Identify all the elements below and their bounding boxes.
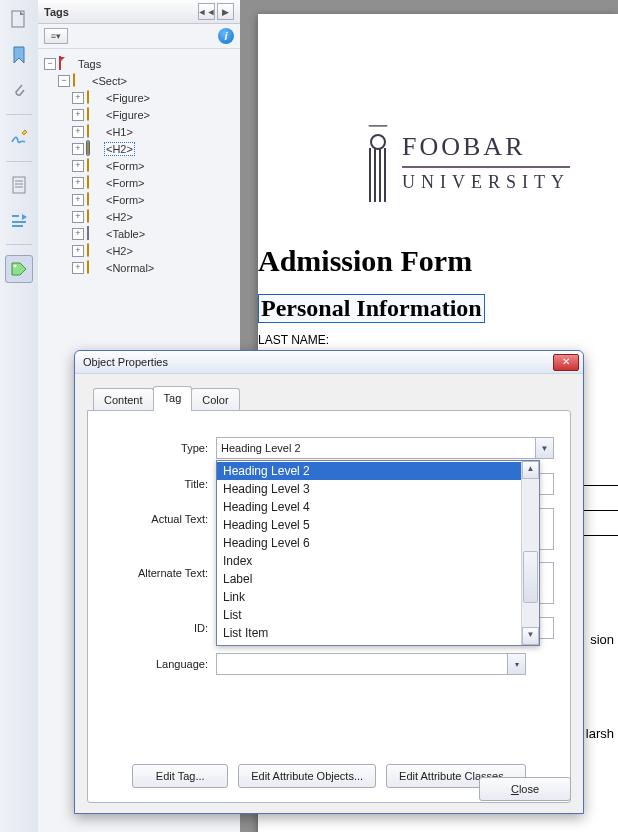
- type-label: Type:: [104, 442, 216, 454]
- tree-node-label[interactable]: <H1>: [104, 126, 135, 138]
- panel-prev-button[interactable]: ◄◄: [198, 3, 215, 20]
- tags-panel-subheader: ≡▾ i: [38, 24, 240, 49]
- close-icon[interactable]: ✕: [553, 354, 579, 371]
- tag-icon: [87, 210, 101, 223]
- dialog-tabpane: Type: Heading Level 2 ▼ Title: Actual Te…: [87, 410, 571, 803]
- tree-node-label[interactable]: <Normal>: [104, 262, 156, 274]
- panel-next-button[interactable]: ▶: [217, 3, 234, 20]
- dropdown-option[interactable]: List: [217, 606, 521, 624]
- tree-node-label[interactable]: <Figure>: [104, 109, 152, 121]
- order-panel-button[interactable]: [6, 208, 32, 234]
- table-icon: [87, 227, 101, 240]
- tree-node-label[interactable]: <Figure>: [104, 92, 152, 104]
- doc-h1: Admission Form: [258, 244, 618, 278]
- tags-panel-title: Tags: [44, 6, 196, 18]
- dialog-title: Object Properties: [83, 356, 553, 368]
- chevron-down-icon[interactable]: ▾: [507, 654, 525, 674]
- doc-cut-text-2: larsh: [586, 726, 614, 741]
- tag-icon: [87, 159, 101, 172]
- scroll-down-icon[interactable]: ▼: [522, 627, 539, 645]
- signatures-button[interactable]: [6, 125, 32, 151]
- type-dropdown-list[interactable]: Heading Level 2Heading Level 3Heading Le…: [216, 460, 540, 646]
- scroll-up-icon[interactable]: ▲: [522, 461, 539, 479]
- tab-color[interactable]: Color: [191, 388, 239, 411]
- actual-text-label: Actual Text:: [104, 509, 216, 525]
- tree-node[interactable]: +<H1>: [44, 123, 236, 140]
- tab-content[interactable]: Content: [93, 388, 154, 411]
- tag-icon: [87, 91, 101, 104]
- logo-text-top: FOOBAR: [402, 134, 570, 160]
- dropdown-option[interactable]: Heading Level 3: [217, 480, 521, 498]
- logo-text-bottom: UNIVERSITY: [402, 172, 570, 193]
- tags-panel-header: Tags ◄◄ ▶: [38, 0, 240, 24]
- tag-icon: [87, 244, 101, 257]
- dropdown-scrollbar[interactable]: ▲ ▼: [521, 461, 539, 645]
- dropdown-option[interactable]: Heading Level 5: [217, 516, 521, 534]
- doc-cut-text-1: sion: [590, 632, 614, 647]
- dropdown-option[interactable]: Heading Level 6: [217, 534, 521, 552]
- id-label: ID:: [104, 622, 216, 634]
- type-value: Heading Level 2: [221, 442, 301, 454]
- tags-tree[interactable]: − Tags − <Sect> +<Figure>+<Figure>+<H1>+…: [38, 49, 240, 282]
- dialog-tabstrip: Content Tag Color: [93, 387, 571, 411]
- page-thumbnails-button[interactable]: [6, 6, 32, 32]
- language-combobox[interactable]: ▾: [216, 653, 526, 675]
- tree-node-label[interactable]: <Form>: [104, 194, 147, 206]
- tree-node-label[interactable]: <H2>: [104, 142, 135, 156]
- tree-node[interactable]: +<H2>: [44, 208, 236, 225]
- object-properties-dialog: Object Properties ✕ Content Tag Color Ty…: [74, 350, 584, 814]
- tree-node-label[interactable]: <H2>: [104, 245, 135, 257]
- tree-node[interactable]: +<Figure>: [44, 106, 236, 123]
- tree-root-label[interactable]: Tags: [76, 58, 103, 70]
- tags-panel-button[interactable]: [5, 255, 33, 283]
- tree-node[interactable]: +<H2>: [44, 242, 236, 259]
- tab-tag[interactable]: Tag: [153, 386, 193, 411]
- dropdown-option[interactable]: Label: [217, 570, 521, 588]
- logo-mark-icon: [362, 124, 390, 202]
- language-label: Language:: [104, 658, 216, 670]
- dropdown-option[interactable]: Heading Level 2: [217, 462, 521, 480]
- side-toolbar: [0, 0, 39, 832]
- svg-point-5: [14, 265, 17, 268]
- chevron-down-icon[interactable]: ▼: [535, 438, 553, 458]
- tree-node[interactable]: +<Figure>: [44, 89, 236, 106]
- tree-sect-label[interactable]: <Sect>: [90, 75, 129, 87]
- page-panel-button[interactable]: [6, 172, 32, 198]
- tree-node-label[interactable]: <Form>: [104, 160, 147, 172]
- tags-options-menu[interactable]: ≡▾: [44, 28, 68, 44]
- tree-node[interactable]: +<Normal>: [44, 259, 236, 276]
- tag-icon: [87, 261, 101, 274]
- dropdown-option[interactable]: Index: [217, 552, 521, 570]
- tree-node-label[interactable]: <Form>: [104, 177, 147, 189]
- university-logo: FOOBAR UNIVERSITY: [362, 124, 570, 202]
- tree-node[interactable]: +<H2>: [44, 140, 236, 157]
- alternate-text-label: Alternate Text:: [104, 563, 216, 579]
- tag-icon: [87, 108, 101, 121]
- tree-node[interactable]: +<Table>: [44, 225, 236, 242]
- tree-node[interactable]: +<Form>: [44, 191, 236, 208]
- doc-h2-selected: Personal Information: [258, 294, 485, 323]
- dropdown-option[interactable]: Heading Level 4: [217, 498, 521, 516]
- type-combobox[interactable]: Heading Level 2 ▼: [216, 437, 554, 459]
- close-button[interactable]: Close: [479, 777, 571, 801]
- tag-icon: [87, 176, 101, 189]
- bookmarks-button[interactable]: [6, 42, 32, 68]
- tag-icon: [87, 142, 101, 155]
- title-label: Title:: [104, 478, 216, 490]
- dialog-titlebar[interactable]: Object Properties ✕: [75, 351, 583, 374]
- tree-node[interactable]: +<Form>: [44, 157, 236, 174]
- dropdown-option[interactable]: List Item: [217, 624, 521, 642]
- edit-tag-button[interactable]: Edit Tag...: [132, 764, 228, 788]
- scroll-thumb[interactable]: [523, 551, 538, 603]
- edit-attribute-objects-button[interactable]: Edit Attribute Objects...: [238, 764, 376, 788]
- tree-node-label[interactable]: <Table>: [104, 228, 147, 240]
- tag-icon: [87, 125, 101, 138]
- dropdown-option[interactable]: Link: [217, 588, 521, 606]
- tag-icon: [87, 193, 101, 206]
- attachments-button[interactable]: [6, 78, 32, 104]
- tree-node-label[interactable]: <H2>: [104, 211, 135, 223]
- svg-rect-1: [13, 177, 25, 193]
- info-icon[interactable]: i: [218, 28, 234, 44]
- doc-field-lastname: LAST NAME:: [258, 333, 618, 347]
- tree-node[interactable]: +<Form>: [44, 174, 236, 191]
